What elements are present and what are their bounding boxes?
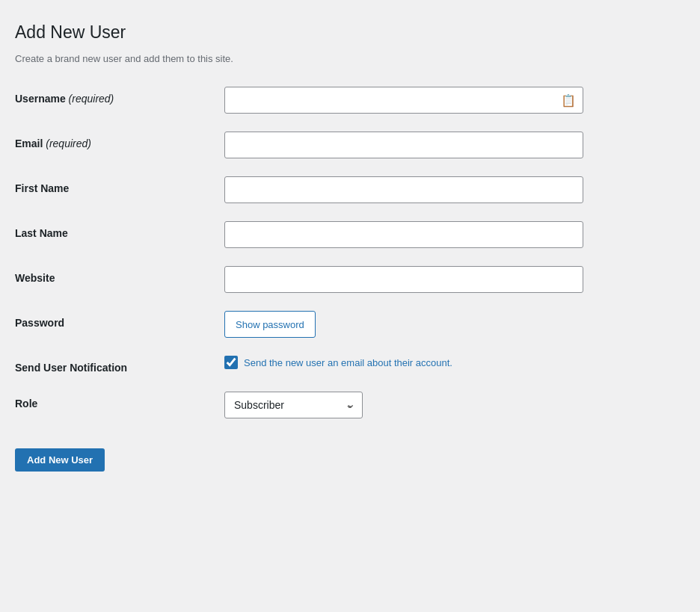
email-field — [224, 132, 678, 158]
password-label: Password — [15, 311, 224, 329]
first-name-label: First Name — [15, 176, 224, 194]
username-input-wrapper: 📋 — [224, 87, 583, 114]
submit-row: Add New User — [15, 436, 678, 472]
last-name-field — [224, 221, 678, 248]
add-new-user-button[interactable]: Add New User — [15, 448, 105, 472]
email-label: Email (required) — [15, 132, 224, 149]
notification-text: Send the new user an email about their a… — [244, 357, 452, 368]
show-password-button[interactable]: Show password — [224, 311, 316, 338]
role-row: Role Subscriber ⌄ — [15, 392, 678, 418]
notification-row: Send User Notification Send the new user… — [15, 356, 678, 374]
notification-checkbox-row: Send the new user an email about their a… — [224, 356, 678, 369]
role-label: Role — [15, 392, 224, 409]
role-selected-value: Subscriber — [234, 399, 284, 411]
email-input[interactable] — [224, 132, 583, 158]
last-name-row: Last Name — [15, 221, 678, 248]
page-title: Add New User — [15, 22, 678, 43]
website-row: Website — [15, 266, 678, 293]
send-notification-checkbox[interactable] — [224, 356, 238, 369]
page-description: Create a brand new user and add them to … — [15, 53, 678, 64]
password-field: Show password — [224, 311, 678, 338]
website-label: Website — [15, 266, 224, 284]
notification-label: Send User Notification — [15, 356, 224, 374]
first-name-row: First Name — [15, 176, 678, 203]
notification-field: Send the new user an email about their a… — [224, 356, 678, 369]
username-label: Username (required) — [15, 87, 224, 105]
email-row: Email (required) — [15, 132, 678, 158]
last-name-label: Last Name — [15, 221, 224, 239]
user-card-icon: 📋 — [561, 93, 576, 108]
role-select-display[interactable]: Subscriber ⌄ — [224, 392, 363, 418]
website-field — [224, 266, 678, 293]
role-select-wrapper: Subscriber ⌄ — [224, 392, 363, 418]
first-name-input[interactable] — [224, 176, 583, 203]
website-input[interactable] — [224, 266, 583, 293]
add-new-user-form: Add New User Create a brand new user and… — [15, 22, 678, 472]
username-input[interactable] — [224, 87, 583, 114]
username-row: Username (required) 📋 — [15, 87, 678, 114]
first-name-field — [224, 176, 678, 203]
last-name-input[interactable] — [224, 221, 583, 248]
chevron-down-icon: ⌄ — [346, 400, 353, 410]
role-field: Subscriber ⌄ — [224, 392, 678, 418]
password-row: Password Show password — [15, 311, 678, 338]
username-field: 📋 — [224, 87, 678, 114]
